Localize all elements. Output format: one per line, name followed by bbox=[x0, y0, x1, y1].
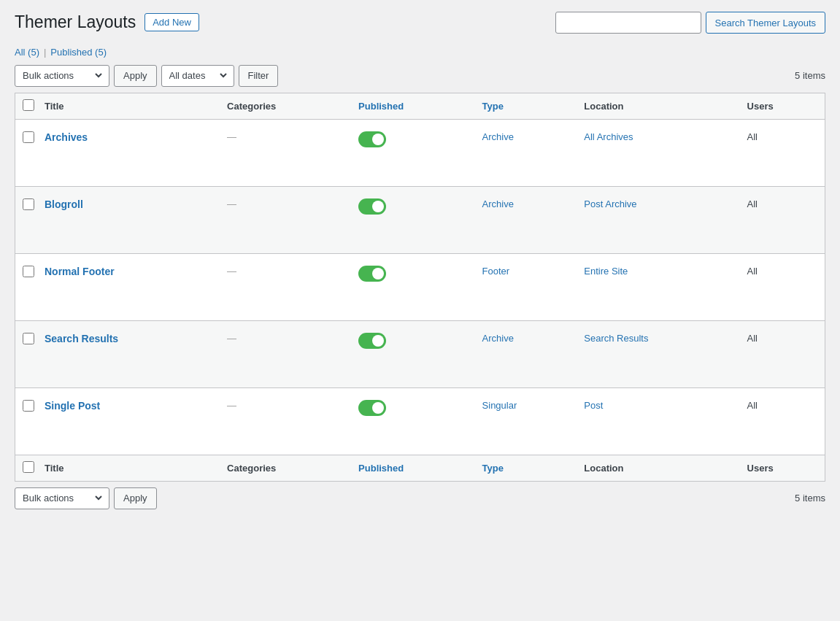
row-location-2: Post Archive bbox=[577, 186, 739, 253]
page-title: Themer Layouts bbox=[15, 12, 136, 34]
categories-col-header: Categories bbox=[220, 93, 351, 119]
table-row: Single Post— SingularPostAll bbox=[15, 387, 825, 455]
toggle-switch-1[interactable] bbox=[358, 131, 386, 147]
select-all-checkbox[interactable] bbox=[23, 99, 34, 111]
select-all-col bbox=[15, 93, 38, 119]
row-title-4[interactable]: Search Results bbox=[45, 333, 118, 344]
row-location-5: Post bbox=[577, 387, 739, 455]
row-checkbox-2[interactable] bbox=[23, 198, 34, 210]
row-checkbox-5[interactable] bbox=[23, 400, 34, 412]
dates-select-wrapper[interactable]: All dates bbox=[161, 65, 234, 87]
toggle-switch-5[interactable] bbox=[358, 400, 386, 416]
filter-links: All (5) | Published (5) bbox=[15, 47, 825, 58]
row-title-3[interactable]: Normal Footer bbox=[45, 266, 115, 277]
all-filter-link[interactable]: All (5) bbox=[15, 47, 39, 58]
row-categories-4: — bbox=[220, 320, 351, 387]
row-checkbox-4[interactable] bbox=[23, 333, 34, 344]
layouts-table: Title Categories Published Type Location… bbox=[15, 93, 825, 482]
row-categories-5: — bbox=[220, 387, 351, 455]
row-type-1: Archive bbox=[475, 119, 577, 186]
search-button[interactable]: Search Themer Layouts bbox=[706, 12, 826, 34]
bulk-actions-select[interactable]: Bulk actions Edit Delete bbox=[20, 69, 104, 82]
row-title-2[interactable]: Blogroll bbox=[45, 198, 83, 210]
table-row: Normal Footer— FooterEntire SiteAll bbox=[15, 253, 825, 320]
bottom-tablenav: Bulk actions Edit Delete Apply 5 items bbox=[15, 487, 825, 509]
row-users-4: All bbox=[740, 320, 825, 387]
row-type-2: Archive bbox=[475, 186, 577, 253]
apply-button-top[interactable]: Apply bbox=[114, 65, 157, 87]
users-col-footer: Users bbox=[740, 455, 825, 481]
row-location-3: Entire Site bbox=[577, 253, 739, 320]
row-categories-3: — bbox=[220, 253, 351, 320]
row-published-2[interactable] bbox=[351, 186, 475, 253]
published-col-footer[interactable]: Published bbox=[351, 455, 475, 481]
row-published-5[interactable] bbox=[351, 387, 475, 455]
categories-col-footer: Categories bbox=[220, 455, 351, 481]
items-count-bottom: 5 items bbox=[795, 493, 825, 504]
bulk-actions-select-wrapper[interactable]: Bulk actions Edit Delete bbox=[15, 65, 109, 87]
row-published-1[interactable] bbox=[351, 119, 475, 186]
table-row: Search Results— ArchiveSearch ResultsAll bbox=[15, 320, 825, 387]
row-type-3: Footer bbox=[475, 253, 577, 320]
published-filter-link[interactable]: Published (5) bbox=[50, 47, 107, 58]
row-users-3: All bbox=[740, 253, 825, 320]
type-col-footer[interactable]: Type bbox=[475, 455, 577, 481]
row-categories-1: — bbox=[220, 119, 351, 186]
apply-button-bottom[interactable]: Apply bbox=[114, 487, 157, 509]
row-checkbox-3[interactable] bbox=[23, 266, 34, 277]
toggle-switch-3[interactable] bbox=[358, 266, 386, 282]
table-row: Blogroll— ArchivePost ArchiveAll bbox=[15, 186, 825, 253]
filter-separator: | bbox=[44, 47, 46, 58]
row-type-4: Archive bbox=[475, 320, 577, 387]
row-title-5[interactable]: Single Post bbox=[45, 400, 100, 412]
select-all-col-foot bbox=[15, 455, 38, 481]
table-row: Archives— ArchiveAll ArchivesAll bbox=[15, 119, 825, 186]
dates-select[interactable]: All dates bbox=[166, 69, 229, 82]
row-users-5: All bbox=[740, 387, 825, 455]
toggle-switch-4[interactable] bbox=[358, 333, 386, 349]
title-col-footer: Title bbox=[37, 455, 220, 481]
row-published-3[interactable] bbox=[351, 253, 475, 320]
top-tablenav: Bulk actions Edit Delete Apply All dates… bbox=[15, 65, 825, 87]
bulk-actions-select-bottom[interactable]: Bulk actions Edit Delete bbox=[20, 492, 104, 504]
title-col-header: Title bbox=[37, 93, 220, 119]
location-col-footer: Location bbox=[577, 455, 739, 481]
add-new-button[interactable]: Add New bbox=[145, 13, 199, 31]
row-published-4[interactable] bbox=[351, 320, 475, 387]
row-users-1: All bbox=[740, 119, 825, 186]
row-title-1[interactable]: Archives bbox=[45, 131, 88, 143]
row-users-2: All bbox=[740, 186, 825, 253]
bottom-tablenav-left: Bulk actions Edit Delete Apply bbox=[15, 487, 157, 509]
row-checkbox-1[interactable] bbox=[23, 131, 34, 143]
row-location-1: All Archives bbox=[577, 119, 739, 186]
row-categories-2: — bbox=[220, 186, 351, 253]
location-col-header: Location bbox=[577, 93, 739, 119]
row-location-4: Search Results bbox=[577, 320, 739, 387]
items-count-top: 5 items bbox=[795, 70, 825, 81]
type-col-header[interactable]: Type bbox=[475, 93, 577, 119]
filter-button[interactable]: Filter bbox=[239, 65, 279, 87]
toggle-switch-2[interactable] bbox=[358, 198, 386, 215]
bulk-actions-select-wrapper-bottom[interactable]: Bulk actions Edit Delete bbox=[15, 487, 109, 509]
row-type-5: Singular bbox=[475, 387, 577, 455]
select-all-checkbox-foot[interactable] bbox=[23, 461, 34, 473]
users-col-header: Users bbox=[740, 93, 825, 119]
published-col-header[interactable]: Published bbox=[351, 93, 475, 119]
top-tablenav-left: Bulk actions Edit Delete Apply All dates… bbox=[15, 65, 278, 87]
search-input[interactable] bbox=[555, 12, 701, 34]
